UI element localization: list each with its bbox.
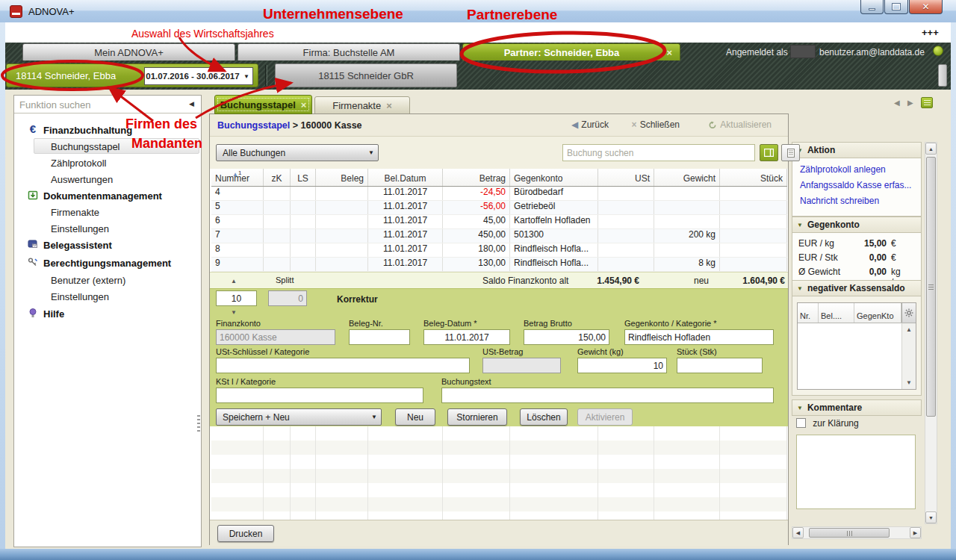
record-number-input[interactable]: [216, 290, 257, 306]
section-kassensaldo-header[interactable]: ▼negativer Kassensaldo: [792, 280, 922, 296]
ust-schluessel-input[interactable]: [216, 358, 470, 373]
new-button[interactable]: Neu: [395, 408, 435, 426]
panel-horizontal-scrollbar[interactable]: ◀ ▶: [792, 526, 922, 539]
col-header-gewicht[interactable]: Gewicht: [654, 169, 720, 186]
tab-partner-close-icon[interactable]: ×: [666, 47, 672, 58]
booking-table: ▲1 Nummer zK LS Beleg Bel.Datum Betrag G…: [211, 169, 787, 272]
close-button[interactable]: ✕: [909, 0, 943, 14]
fiscal-year-select[interactable]: 01.07.2016 - 30.06.2017 ▼: [144, 67, 253, 85]
scroll-thumb[interactable]: [809, 528, 890, 538]
section-gegenkonto-header[interactable]: ▼Gegenkonto: [792, 217, 922, 233]
client-bar-scroll-handle[interactable]: [938, 64, 947, 87]
scroll-up-button[interactable]: ▲: [925, 143, 937, 155]
col-header-stueck[interactable]: Stück: [720, 169, 787, 186]
spinner-down-icon[interactable]: ▼: [231, 309, 237, 316]
company-button[interactable]: 18115 Schneider GbR: [275, 63, 457, 87]
link-anfangssaldo-kasse[interactable]: Anfangssaldo Kasse erfas...: [800, 180, 911, 190]
back-button[interactable]: ◀Zurück: [571, 119, 609, 130]
close-view-button[interactable]: ×Schließen: [632, 119, 680, 130]
link-zaehlprotokoll-anlegen[interactable]: Zählprotokoll anlegen: [800, 164, 886, 175]
section-kommentare-header[interactable]: ▼Kommentare: [792, 399, 922, 416]
tab-nav-left-icon[interactable]: ◀: [894, 99, 900, 107]
scroll-left-button[interactable]: ◀: [792, 527, 804, 538]
column-settings-button[interactable]: [901, 303, 916, 323]
storno-button[interactable]: Stornieren: [447, 408, 507, 426]
sidebar-resize-handle[interactable]: [197, 415, 200, 432]
stueck-input[interactable]: [677, 358, 763, 373]
print-button[interactable]: Drucken: [217, 525, 274, 542]
breadcrumb-link[interactable]: Buchungsstapel: [217, 120, 290, 131]
tab-partner-schneider[interactable]: Partner: Schneider, Ebba ×: [462, 43, 680, 60]
booking-search-input[interactable]: [562, 144, 755, 161]
delete-button[interactable]: Löschen: [520, 408, 568, 426]
scroll-up-icon[interactable]: ▲: [902, 326, 916, 333]
scroll-down-icon[interactable]: ▼: [902, 379, 916, 386]
mini-col-gegenkto[interactable]: GegenKto: [854, 303, 901, 323]
klaerung-checkbox[interactable]: [796, 418, 806, 428]
col-header-zk[interactable]: zK: [264, 169, 291, 186]
table-row[interactable]: 711.01.2017450,00501300200 kg: [211, 229, 787, 243]
tab-buchungsstapel[interactable]: Buchungsstapel ×: [214, 95, 312, 114]
sidebar-item-belegassistent[interactable]: Belegassistent: [14, 237, 201, 253]
mini-col-nr[interactable]: Nr.: [798, 303, 819, 323]
sidebar-item-firmenakte[interactable]: Firmenakte: [14, 205, 201, 220]
link-nachricht-schreiben[interactable]: Nachricht schreiben: [800, 196, 879, 206]
tab-mein-adnova[interactable]: Mein ADNOVA+: [22, 43, 235, 60]
sidebar-item-hilfe[interactable]: Hilfe: [14, 306, 201, 322]
col-header-beleg[interactable]: Beleg: [316, 169, 368, 186]
table-row[interactable]: 411.01.2017-24,50Bürodbedarf: [211, 187, 787, 201]
tab-nav-right-icon[interactable]: ▶: [907, 99, 913, 107]
sidebar-item-auswertungen[interactable]: Auswertungen: [14, 172, 201, 187]
document-view-button[interactable]: [781, 144, 800, 161]
kst-input[interactable]: [216, 388, 423, 403]
spinner-up-icon[interactable]: ▲: [231, 278, 237, 284]
table-row[interactable]: 611.01.201745,00Kartoffeln Hofladen: [211, 215, 787, 229]
sidebar-item-einstellungen-bm[interactable]: Einstellungen: [14, 289, 201, 305]
sidebar-item-berechtigungsmanagement[interactable]: Berechtigungsmanagement: [14, 255, 201, 271]
sidebar-item-benutzer-extern[interactable]: Benutzer (extern): [14, 273, 201, 288]
betrag-brutto-input[interactable]: [524, 329, 609, 345]
activate-label: Aktivieren: [586, 412, 625, 423]
sidebar-item-zaehlprotokoll[interactable]: Zählprotokoll: [14, 155, 201, 171]
kommentar-textarea[interactable]: [796, 435, 916, 509]
booking-filter-select[interactable]: Alle Buchungen ▼: [216, 144, 379, 161]
minimize-button[interactable]: [860, 0, 884, 14]
col-header-beldatum[interactable]: Bel.Datum: [368, 169, 443, 186]
client-box[interactable]: 18114 Schneider, Ebba 01.07.2016 - 30.06…: [6, 63, 258, 87]
sidebar-item-dokumentenmanagement[interactable]: Dokumentenmanagement: [14, 188, 201, 204]
tab-firmenakte[interactable]: Firmenakte ×: [314, 96, 410, 114]
section-aktion-header[interactable]: ▼Aktion: [792, 142, 922, 158]
scroll-down-button[interactable]: ▼: [925, 511, 937, 523]
table-row[interactable]: 811.01.2017180,00Rindfleisch Hofla...: [211, 243, 787, 258]
tab-list-icon[interactable]: [921, 97, 933, 108]
maximize-button[interactable]: [884, 0, 908, 14]
section-kassensaldo-title: negativer Kassensaldo: [807, 283, 905, 293]
tab-firma-buchstelle[interactable]: Firma: Buchstelle AM: [238, 43, 460, 60]
mini-col-bel[interactable]: Bel....: [819, 303, 854, 323]
gewicht-input[interactable]: [577, 358, 667, 373]
activate-button[interactable]: Aktivieren: [577, 408, 633, 426]
beleg-datum-input[interactable]: [423, 329, 510, 345]
split-view-button[interactable]: [760, 144, 778, 161]
split-view-icon: [764, 149, 774, 157]
panel-vertical-scrollbar[interactable]: ▲ ▼: [925, 142, 937, 524]
save-new-select[interactable]: Speichern + Neu ▼: [216, 408, 382, 426]
tab-firmenakte-close-icon[interactable]: ×: [386, 100, 392, 111]
beleg-nr-input[interactable]: [349, 329, 410, 345]
table-row[interactable]: 511.01.2017-56,00Getriebeöl: [211, 201, 787, 215]
gegenkonto-input[interactable]: [624, 329, 774, 345]
table-row[interactable]: 911.01.2017130,00Rindfleisch Hofla...8 k…: [211, 258, 787, 272]
sidebar-collapse-icon[interactable]: ◀: [189, 100, 194, 108]
col-header-gegenkonto[interactable]: Gegenkonto: [510, 169, 598, 186]
refresh-button[interactable]: Aktualisieren: [708, 119, 772, 130]
scroll-right-button[interactable]: ▶: [910, 527, 921, 538]
plus-indicator[interactable]: +++: [922, 27, 939, 38]
buchungstext-input[interactable]: [441, 388, 774, 403]
kassensaldo-scrollbar[interactable]: ▲ ▼: [901, 323, 916, 389]
sidebar-item-einstellungen-dm[interactable]: Einstellungen: [14, 221, 201, 237]
col-header-betrag[interactable]: Betrag: [443, 169, 510, 186]
col-header-ls[interactable]: LS: [291, 169, 316, 186]
scroll-thumb[interactable]: [926, 157, 936, 417]
col-header-ust[interactable]: USt: [598, 169, 654, 186]
function-search-input[interactable]: Funktion suchen ◀: [14, 96, 201, 113]
